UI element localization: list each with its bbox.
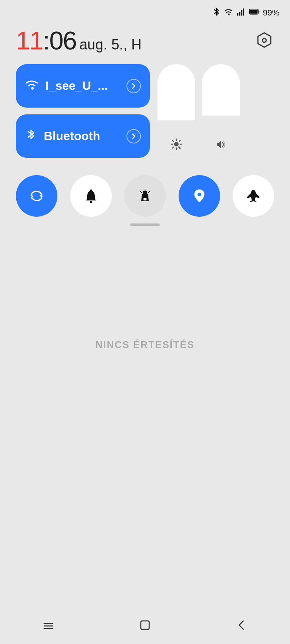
home-button[interactable] <box>130 610 160 640</box>
wifi-tile[interactable]: I_see_U_... <box>16 64 150 108</box>
bluetooth-tile-chevron[interactable] <box>126 129 141 143</box>
status-bar: 99% <box>0 0 290 22</box>
svg-rect-20 <box>143 198 147 200</box>
notifications-tile[interactable] <box>70 175 112 217</box>
svg-rect-0 <box>237 13 238 15</box>
svg-rect-19 <box>143 191 147 194</box>
brightness-track: A <box>157 64 195 158</box>
brightness-slider[interactable]: A <box>157 64 195 158</box>
volume-track <box>202 64 240 158</box>
wifi-tile-label: I_see_U_... <box>45 79 120 93</box>
bluetooth-tile-icon <box>25 128 37 144</box>
volume-icon <box>215 139 227 153</box>
navigation-bar <box>0 606 290 644</box>
svg-line-15 <box>173 147 174 148</box>
battery-percentage: 99% <box>263 8 279 18</box>
back-button[interactable] <box>227 610 257 640</box>
svg-line-12 <box>173 140 174 142</box>
sliders-group: A <box>157 64 240 158</box>
settings-button[interactable] <box>255 31 274 50</box>
svg-point-24 <box>197 193 201 196</box>
svg-rect-2 <box>241 10 242 16</box>
volume-slider[interactable] <box>202 64 240 158</box>
svg-line-22 <box>140 191 142 193</box>
clock-date-group: 11:06 aug. 5., H <box>16 26 142 55</box>
drag-indicator <box>0 217 290 226</box>
bluetooth-tile[interactable]: Bluetooth <box>16 114 150 158</box>
auto-rotate-tile[interactable] <box>16 175 57 217</box>
svg-point-6 <box>262 39 266 42</box>
svg-line-23 <box>148 191 150 193</box>
svg-rect-1 <box>239 12 240 15</box>
brightness-icon: A <box>171 139 182 153</box>
svg-point-17 <box>90 201 92 203</box>
wide-tiles-group: I_see_U_... Bluetooth <box>16 64 150 165</box>
airplane-tile[interactable] <box>233 175 274 217</box>
date-display: aug. 5., H <box>79 37 142 53</box>
battery-icon <box>249 8 260 18</box>
wifi-status-icon <box>224 8 233 18</box>
time-separator: : <box>43 26 49 55</box>
hour: 11 <box>16 26 43 55</box>
svg-text:A: A <box>177 146 180 149</box>
bluetooth-tile-label: Bluetooth <box>44 129 120 143</box>
minute: 06 <box>49 26 77 55</box>
location-tile[interactable] <box>179 175 220 217</box>
no-notifications-text: NINCS ÉRTESÍTÉS <box>96 339 195 351</box>
bluetooth-status-icon <box>212 7 221 19</box>
signal-icon <box>236 8 246 18</box>
svg-rect-5 <box>250 10 258 14</box>
datetime-row: 11:06 aug. 5., H <box>0 22 290 64</box>
status-icons: 99% <box>212 7 279 19</box>
drag-dot <box>130 223 160 226</box>
wifi-tile-icon <box>25 78 39 94</box>
time-display: 11:06 <box>16 26 76 55</box>
svg-line-14 <box>179 140 180 142</box>
svg-rect-3 <box>243 8 244 15</box>
no-notifications-area: NINCS ÉRTESÍTÉS <box>0 226 290 351</box>
round-tiles-row <box>0 165 290 217</box>
wifi-tile-chevron[interactable] <box>126 79 141 93</box>
recent-apps-button[interactable] <box>33 610 63 640</box>
flashlight-tile[interactable] <box>124 175 166 217</box>
quick-tiles-row: I_see_U_... Bluetooth <box>0 64 290 165</box>
svg-rect-28 <box>141 621 149 629</box>
